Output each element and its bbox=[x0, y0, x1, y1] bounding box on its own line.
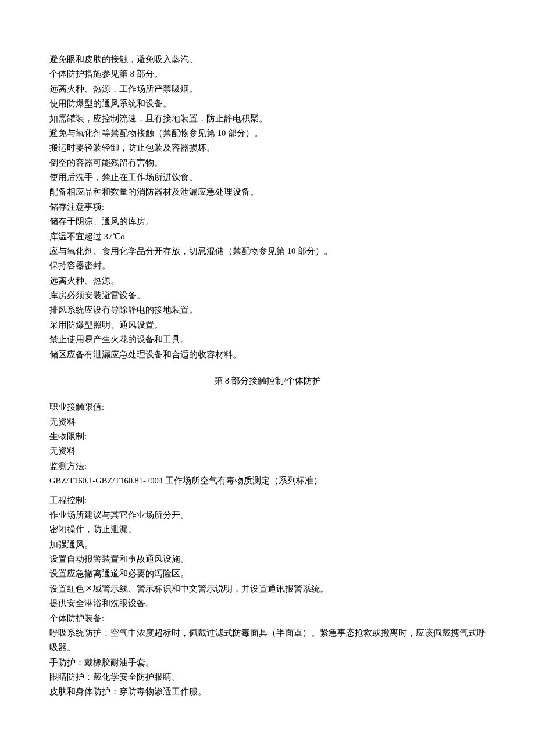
text-line: 作业场所建议与其它作业场所分开。 bbox=[49, 508, 486, 522]
text-line: 密闭操作，防止泄漏。 bbox=[49, 522, 486, 537]
text-line: 呼吸系统防护：空气中浓度超标时，佩戴过滤式防毒面具（半面罩）。紧急事态抢救或撤离… bbox=[49, 626, 486, 655]
text-line: 排风系统应设有导除静电的接地装置。 bbox=[49, 303, 486, 317]
text-line: 采用防爆型照明、通风设置。 bbox=[49, 318, 486, 332]
text-line: 设置红色区域警示线、警示标识和中文警示说明，并设置通讯报警系统。 bbox=[49, 582, 486, 596]
text-line: 储存于阴凉、通风的库房。 bbox=[49, 214, 486, 229]
text-line: 库温不宜超过 37℃o bbox=[49, 230, 486, 244]
text-line: 无资料 bbox=[49, 444, 486, 458]
section-8-block2: 工程控制: 作业场所建议与其它作业场所分开。 密闭操作，防止泄漏。 加强通风。 … bbox=[49, 493, 486, 700]
text-line: 个体防护装备: bbox=[49, 611, 486, 626]
text-line: 皮肤和身体防护：穿防毒物渗透工作服。 bbox=[49, 685, 486, 699]
text-line: 远离火种、热源。 bbox=[49, 274, 486, 288]
section-8-block1: 职业接触限值: 无资料 生物限制: 无资料 监测方法: GBZ/T160.1-G… bbox=[49, 400, 486, 488]
text-line: 避免眼和皮肤的接触，避免吸入蒸汽。 bbox=[49, 52, 486, 67]
text-line: 使用防爆型的通风系统和设备。 bbox=[49, 96, 486, 111]
text-line: 设置应急撤离通道和必要的泻险区。 bbox=[49, 567, 486, 581]
text-line: 倒空的容器可能残留有害物。 bbox=[49, 156, 486, 170]
section-7-body: 避免眼和皮肤的接触，避免吸入蒸汽。 个体防护措施参见第 8 部分。 远离火种、热… bbox=[49, 52, 486, 362]
text-line: 如需罐装，应控制流速，且有接地装置，防止静电积聚。 bbox=[49, 112, 486, 126]
text-line: 设置自动报警装置和事故通风设施。 bbox=[49, 552, 486, 567]
text-line: 加强通风。 bbox=[49, 538, 486, 552]
text-line: 库房必须安装避雷设备。 bbox=[49, 288, 486, 303]
text-line: 禁止使用易产生火花的设备和工具。 bbox=[49, 332, 486, 347]
text-line: 储存注意事项: bbox=[49, 200, 486, 214]
text-line: 配备相应品种和数量的消防器材及泄漏应急处理设备。 bbox=[49, 185, 486, 199]
text-line: 无资料 bbox=[49, 415, 486, 429]
text-line: 使用后洗手，禁止在工作场所进饮食。 bbox=[49, 170, 486, 185]
text-line: 眼睛防护：戴化学安全防护眼睛。 bbox=[49, 670, 486, 685]
text-line: 远离火种、热源，工作场所严禁吸烟。 bbox=[49, 82, 486, 96]
text-line: 手防护：戴橡胶耐油手套。 bbox=[49, 655, 486, 670]
text-line: 生物限制: bbox=[49, 429, 486, 444]
text-line: 监测方法: bbox=[49, 459, 486, 474]
text-line: 应与氧化剂、食用化学品分开存放，切忌混储（禁配物参见第 10 部分）。 bbox=[49, 244, 486, 259]
text-line: 职业接触限值: bbox=[49, 400, 486, 414]
text-line: 工程控制: bbox=[49, 493, 486, 508]
text-line: 储区应备有泄漏应急处理设备和合适的收容材料。 bbox=[49, 347, 486, 362]
text-line: 搬运时要轻装轻卸，防止包装及容器损坏。 bbox=[49, 141, 486, 155]
section-8-heading: 第 8 部分接触控制/个体防护 bbox=[49, 374, 486, 388]
text-line: 保持容器密封。 bbox=[49, 259, 486, 273]
text-line: 个体防护措施参见第 8 部分。 bbox=[49, 67, 486, 81]
text-line: GBZ/T160.1-GBZ/T160.81-2004 工作场所空气有毒物质测定… bbox=[49, 474, 486, 488]
text-line: 避免与氧化剂等禁配物接触（禁配物参见第 10 部分）。 bbox=[49, 126, 486, 141]
text-line: 提供安全淋浴和洗眼设备。 bbox=[49, 596, 486, 611]
